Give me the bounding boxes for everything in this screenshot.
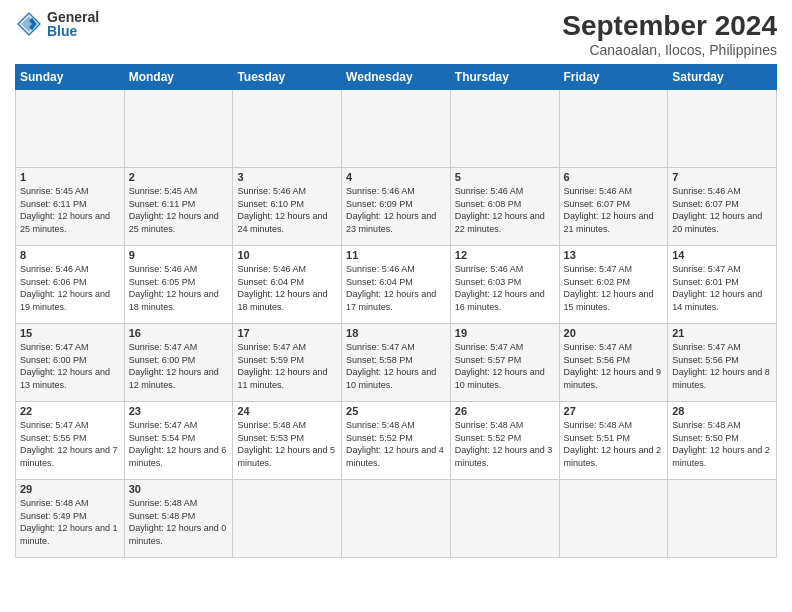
day-number: 10 [237, 249, 337, 261]
daylight-text: Daylight: 12 hours and 16 minutes. [455, 288, 555, 313]
day-info: Sunrise: 5:47 AMSunset: 5:57 PMDaylight:… [455, 341, 555, 391]
sunrise-text: Sunrise: 5:47 AM [20, 341, 120, 354]
calendar-cell [668, 480, 777, 558]
sunset-text: Sunset: 6:02 PM [564, 276, 664, 289]
sunrise-text: Sunrise: 5:47 AM [564, 341, 664, 354]
sunset-text: Sunset: 6:06 PM [20, 276, 120, 289]
day-number: 23 [129, 405, 229, 417]
sunset-text: Sunset: 5:59 PM [237, 354, 337, 367]
daylight-text: Daylight: 12 hours and 14 minutes. [672, 288, 772, 313]
header-wednesday: Wednesday [342, 65, 451, 90]
day-info: Sunrise: 5:47 AMSunset: 5:59 PMDaylight:… [237, 341, 337, 391]
daylight-text: Daylight: 12 hours and 20 minutes. [672, 210, 772, 235]
calendar-cell: 2Sunrise: 5:45 AMSunset: 6:11 PMDaylight… [124, 168, 233, 246]
calendar-cell: 20Sunrise: 5:47 AMSunset: 5:56 PMDayligh… [559, 324, 668, 402]
day-number: 25 [346, 405, 446, 417]
sunset-text: Sunset: 5:49 PM [20, 510, 120, 523]
day-info: Sunrise: 5:46 AMSunset: 6:04 PMDaylight:… [237, 263, 337, 313]
daylight-text: Daylight: 12 hours and 3 minutes. [455, 444, 555, 469]
day-number: 15 [20, 327, 120, 339]
day-number: 8 [20, 249, 120, 261]
day-number: 26 [455, 405, 555, 417]
day-info: Sunrise: 5:48 AMSunset: 5:49 PMDaylight:… [20, 497, 120, 547]
day-number: 19 [455, 327, 555, 339]
calendar-cell: 10Sunrise: 5:46 AMSunset: 6:04 PMDayligh… [233, 246, 342, 324]
sunrise-text: Sunrise: 5:48 AM [346, 419, 446, 432]
sunrise-text: Sunrise: 5:46 AM [20, 263, 120, 276]
calendar-cell: 5Sunrise: 5:46 AMSunset: 6:08 PMDaylight… [450, 168, 559, 246]
day-number: 29 [20, 483, 120, 495]
daylight-text: Daylight: 12 hours and 5 minutes. [237, 444, 337, 469]
sunset-text: Sunset: 5:50 PM [672, 432, 772, 445]
calendar-header-row: Sunday Monday Tuesday Wednesday Thursday… [16, 65, 777, 90]
sunset-text: Sunset: 6:07 PM [564, 198, 664, 211]
daylight-text: Daylight: 12 hours and 13 minutes. [20, 366, 120, 391]
calendar-cell: 1Sunrise: 5:45 AMSunset: 6:11 PMDaylight… [16, 168, 125, 246]
sunrise-text: Sunrise: 5:47 AM [455, 341, 555, 354]
daylight-text: Daylight: 12 hours and 21 minutes. [564, 210, 664, 235]
calendar-cell [450, 90, 559, 168]
sunrise-text: Sunrise: 5:47 AM [129, 341, 229, 354]
logo-text: General Blue [47, 10, 99, 38]
day-number: 30 [129, 483, 229, 495]
title-area: September 2024 Canaoalan, Ilocos, Philip… [562, 10, 777, 58]
calendar-cell: 18Sunrise: 5:47 AMSunset: 5:58 PMDayligh… [342, 324, 451, 402]
daylight-text: Daylight: 12 hours and 1 minute. [20, 522, 120, 547]
sunrise-text: Sunrise: 5:45 AM [129, 185, 229, 198]
calendar-week-4: 15Sunrise: 5:47 AMSunset: 6:00 PMDayligh… [16, 324, 777, 402]
day-info: Sunrise: 5:47 AMSunset: 5:56 PMDaylight:… [672, 341, 772, 391]
calendar-cell: 22Sunrise: 5:47 AMSunset: 5:55 PMDayligh… [16, 402, 125, 480]
sunset-text: Sunset: 6:00 PM [129, 354, 229, 367]
day-info: Sunrise: 5:48 AMSunset: 5:52 PMDaylight:… [455, 419, 555, 469]
day-info: Sunrise: 5:47 AMSunset: 5:56 PMDaylight:… [564, 341, 664, 391]
daylight-text: Daylight: 12 hours and 15 minutes. [564, 288, 664, 313]
day-number: 11 [346, 249, 446, 261]
day-info: Sunrise: 5:46 AMSunset: 6:07 PMDaylight:… [672, 185, 772, 235]
daylight-text: Daylight: 12 hours and 8 minutes. [672, 366, 772, 391]
day-number: 7 [672, 171, 772, 183]
calendar-table: Sunday Monday Tuesday Wednesday Thursday… [15, 64, 777, 558]
sunset-text: Sunset: 6:03 PM [455, 276, 555, 289]
day-info: Sunrise: 5:47 AMSunset: 6:01 PMDaylight:… [672, 263, 772, 313]
day-number: 22 [20, 405, 120, 417]
daylight-text: Daylight: 12 hours and 2 minutes. [564, 444, 664, 469]
daylight-text: Daylight: 12 hours and 25 minutes. [129, 210, 229, 235]
day-info: Sunrise: 5:48 AMSunset: 5:52 PMDaylight:… [346, 419, 446, 469]
logo-general-text: General [47, 10, 99, 24]
sunset-text: Sunset: 5:48 PM [129, 510, 229, 523]
daylight-text: Daylight: 12 hours and 19 minutes. [20, 288, 120, 313]
header: General Blue September 2024 Canaoalan, I… [15, 10, 777, 58]
day-info: Sunrise: 5:47 AMSunset: 5:58 PMDaylight:… [346, 341, 446, 391]
day-info: Sunrise: 5:46 AMSunset: 6:04 PMDaylight:… [346, 263, 446, 313]
day-number: 28 [672, 405, 772, 417]
sunrise-text: Sunrise: 5:48 AM [564, 419, 664, 432]
calendar-week-6: 29Sunrise: 5:48 AMSunset: 5:49 PMDayligh… [16, 480, 777, 558]
day-info: Sunrise: 5:48 AMSunset: 5:51 PMDaylight:… [564, 419, 664, 469]
daylight-text: Daylight: 12 hours and 18 minutes. [129, 288, 229, 313]
sunset-text: Sunset: 5:57 PM [455, 354, 555, 367]
sunset-text: Sunset: 6:11 PM [20, 198, 120, 211]
calendar-cell: 12Sunrise: 5:46 AMSunset: 6:03 PMDayligh… [450, 246, 559, 324]
calendar-week-5: 22Sunrise: 5:47 AMSunset: 5:55 PMDayligh… [16, 402, 777, 480]
day-info: Sunrise: 5:48 AMSunset: 5:53 PMDaylight:… [237, 419, 337, 469]
sunset-text: Sunset: 5:55 PM [20, 432, 120, 445]
calendar-cell [559, 480, 668, 558]
calendar-cell: 6Sunrise: 5:46 AMSunset: 6:07 PMDaylight… [559, 168, 668, 246]
daylight-text: Daylight: 12 hours and 2 minutes. [672, 444, 772, 469]
daylight-text: Daylight: 12 hours and 4 minutes. [346, 444, 446, 469]
daylight-text: Daylight: 12 hours and 24 minutes. [237, 210, 337, 235]
sunset-text: Sunset: 6:10 PM [237, 198, 337, 211]
day-info: Sunrise: 5:46 AMSunset: 6:03 PMDaylight:… [455, 263, 555, 313]
calendar-cell: 4Sunrise: 5:46 AMSunset: 6:09 PMDaylight… [342, 168, 451, 246]
calendar-cell [233, 480, 342, 558]
day-info: Sunrise: 5:46 AMSunset: 6:08 PMDaylight:… [455, 185, 555, 235]
calendar-cell: 3Sunrise: 5:46 AMSunset: 6:10 PMDaylight… [233, 168, 342, 246]
sunrise-text: Sunrise: 5:47 AM [129, 419, 229, 432]
day-number: 13 [564, 249, 664, 261]
header-monday: Monday [124, 65, 233, 90]
day-number: 14 [672, 249, 772, 261]
day-number: 18 [346, 327, 446, 339]
calendar-cell: 16Sunrise: 5:47 AMSunset: 6:00 PMDayligh… [124, 324, 233, 402]
page: General Blue September 2024 Canaoalan, I… [0, 0, 792, 612]
logo: General Blue [15, 10, 99, 38]
